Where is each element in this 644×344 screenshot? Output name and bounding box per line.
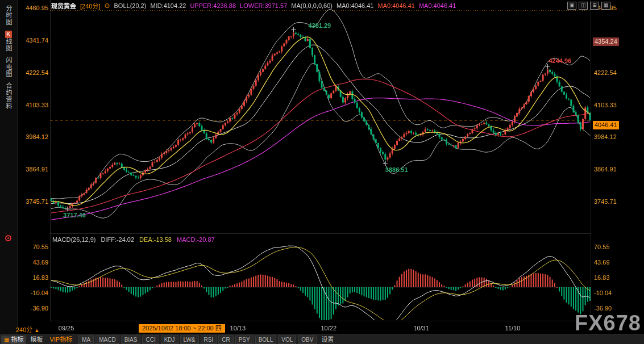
layout-icon-2[interactable]: ◫ bbox=[579, 2, 588, 10]
price-tick-left: 3864.91 bbox=[19, 166, 48, 173]
macd-tick-left: -10.04 bbox=[19, 290, 48, 296]
date-label: 10/22 bbox=[321, 325, 337, 332]
indicator-button-OBV[interactable]: OBV bbox=[298, 335, 317, 344]
watermark: FX678 bbox=[575, 311, 641, 335]
tab-VIP指标[interactable]: VIP指标 bbox=[47, 335, 75, 344]
price-tick-left: 3984.12 bbox=[19, 133, 48, 140]
price-tick-left: 4222.54 bbox=[19, 69, 48, 76]
layout-icon-1[interactable]: ▣ bbox=[567, 2, 576, 10]
symbol-title: 现货黄金 bbox=[51, 1, 76, 10]
price-tick-left: 4341.74 bbox=[19, 37, 48, 44]
price-tick-left: 4460.95 bbox=[19, 5, 48, 11]
macd-dea-value: DEA:-13.58 bbox=[139, 236, 172, 243]
period-label[interactable]: [240分] bbox=[80, 1, 100, 10]
price-annotation: 3717.46 bbox=[63, 212, 86, 219]
sidebar-item-分时图[interactable]: 分时图 bbox=[5, 5, 13, 26]
price-marker-badge: 4354.24 bbox=[593, 37, 619, 46]
indicator-button-CR[interactable]: CR bbox=[218, 335, 233, 344]
price-tick-left: 4103.33 bbox=[19, 102, 48, 108]
chart-header: 现货黄金 [240分] ⊖ BOLL(20,2) MID:4104.22 UPP… bbox=[51, 1, 456, 10]
sidebar-item-K线图[interactable]: K线图 bbox=[5, 31, 13, 52]
period-arrow-icon: ▲ bbox=[34, 328, 39, 333]
ma0-value-2: MA0:4046.41 bbox=[377, 2, 414, 9]
macd-label: MACD(26,12,9) bbox=[52, 236, 95, 243]
macd-tick-right: 70.55 bbox=[594, 244, 628, 250]
period-indicator[interactable]: 240分 ▲ bbox=[16, 325, 39, 334]
left-sidebar: 分时图K线图闪电图合约资料 bbox=[0, 0, 18, 344]
price-tick-right: 3984.12 bbox=[594, 133, 628, 140]
ma0-value-1: MA0:4046.41 bbox=[336, 2, 373, 9]
date-label: 11/10 bbox=[505, 325, 521, 332]
boll-label: BOLL(20,2) bbox=[114, 2, 147, 9]
macd-tick-right: 43.69 bbox=[594, 259, 628, 266]
macd-tick-left: -36.90 bbox=[19, 305, 48, 312]
indicator-button-BIAS[interactable]: BIAS bbox=[121, 335, 141, 344]
indicator-button-MA[interactable]: MA bbox=[78, 335, 94, 344]
chart-layout-icons: ▣◫⊞▦ bbox=[567, 2, 610, 10]
macd-tick-right: -36.90 bbox=[594, 305, 628, 312]
boll-lower-value: LOWER:3971.57 bbox=[240, 2, 287, 9]
date-label: 10/13 bbox=[230, 325, 246, 332]
layout-icon-3[interactable]: ⊞ bbox=[590, 2, 599, 10]
price-annotation: 3886.51 bbox=[385, 166, 408, 173]
ma0-value-3: MA0:4046.41 bbox=[419, 2, 456, 9]
indicator-button-KDJ[interactable]: KDJ bbox=[161, 335, 178, 344]
indicator-button-VOL[interactable]: VOL bbox=[278, 335, 296, 344]
price-tick-right: 3745.71 bbox=[594, 198, 628, 205]
candle-time-tooltip: 2025/10/02 18:00 ~ 22:00 四 bbox=[139, 324, 225, 333]
indicator-button-PSY[interactable]: PSY bbox=[235, 335, 254, 344]
tab-模板[interactable]: 模板 bbox=[27, 335, 45, 344]
indicator-button-BOLL[interactable]: BOLL bbox=[255, 335, 277, 344]
layout-icon-4[interactable]: ▦ bbox=[601, 2, 610, 10]
sidebar-item-闪电图[interactable]: 闪电图 bbox=[5, 57, 13, 77]
chart-canvas[interactable] bbox=[50, 0, 591, 335]
indicator-grid-icon: ▦ bbox=[4, 335, 9, 344]
price-marker-badge: 4046.41 bbox=[593, 121, 619, 129]
date-label: 10/31 bbox=[413, 325, 429, 332]
price-tick-right: 4222.54 bbox=[594, 69, 628, 76]
price-tick-left: 3745.71 bbox=[19, 198, 48, 205]
trading-chart-window: 现货黄金 [240分] ⊖ BOLL(20,2) MID:4104.22 UPP… bbox=[0, 0, 644, 344]
macd-tick-left: 16.83 bbox=[19, 274, 48, 281]
indicator-button-CCI[interactable]: CCI bbox=[142, 335, 159, 344]
sidebar-item-合约资料[interactable]: 合约资料 bbox=[5, 82, 13, 110]
indicator-toolbar: ▦指标模板VIP指标 MAMACDBIASCCIKDJLW&RSICRPSYBO… bbox=[0, 334, 644, 344]
tab-指标[interactable]: ▦指标 bbox=[1, 335, 26, 344]
settings-button[interactable]: 设置 bbox=[318, 335, 336, 344]
indicator-button-MACD[interactable]: MACD bbox=[95, 335, 119, 344]
price-tick-right: 4103.33 bbox=[594, 102, 628, 108]
indicator-button-RSI[interactable]: RSI bbox=[201, 335, 217, 344]
indicator-button-LW&[interactable]: LW& bbox=[180, 335, 199, 344]
macd-diff-value: DIFF:-24.02 bbox=[101, 236, 134, 243]
ma-label: MA(0,0,0,0,60) bbox=[291, 2, 333, 9]
boll-upper-value: UPPER:4236.88 bbox=[190, 2, 236, 9]
collapse-icon[interactable]: ⊖ bbox=[104, 2, 110, 10]
price-annotation: 4381.29 bbox=[308, 22, 331, 29]
date-label: 09/25 bbox=[59, 325, 74, 332]
macd-tick-left: 70.55 bbox=[19, 244, 48, 250]
macd-value: MACD:-20.87 bbox=[177, 236, 215, 243]
macd-header: MACD(26,12,9) DIFF:-24.02 DEA:-13.58 MAC… bbox=[52, 236, 215, 243]
macd-tick-left: 43.69 bbox=[19, 259, 48, 266]
price-tick-right: 3864.91 bbox=[594, 166, 628, 173]
boll-mid-value: MID:4104.22 bbox=[150, 2, 186, 9]
macd-tick-right: 16.83 bbox=[594, 274, 628, 281]
macd-tick-right: -10.04 bbox=[594, 290, 628, 296]
record-icon[interactable] bbox=[5, 235, 11, 241]
price-annotation: 4244.96 bbox=[549, 57, 571, 64]
